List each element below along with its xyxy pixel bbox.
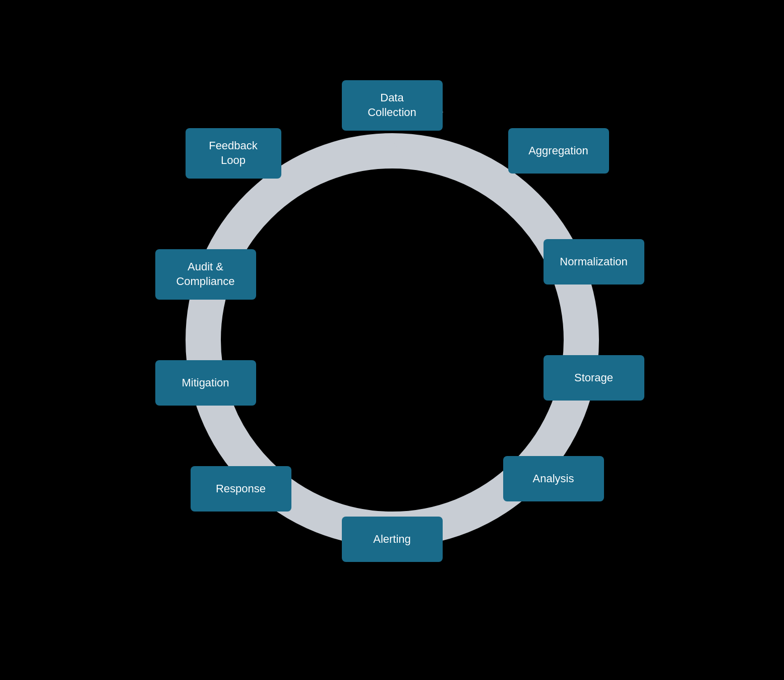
node-analysis: Analysis <box>503 456 604 501</box>
cycle-diagram: DataCollection Aggregation Normalization… <box>140 63 644 617</box>
node-aggregation: Aggregation <box>508 128 609 174</box>
node-storage: Storage <box>544 355 644 401</box>
node-audit-compliance: Audit &Compliance <box>155 249 256 300</box>
node-normalization: Normalization <box>544 239 644 285</box>
node-response: Response <box>191 466 291 512</box>
node-feedback-loop: FeedbackLoop <box>186 128 281 179</box>
node-data-collection: DataCollection <box>342 80 443 131</box>
node-mitigation: Mitigation <box>155 360 256 406</box>
node-alerting: Alerting <box>342 517 443 562</box>
